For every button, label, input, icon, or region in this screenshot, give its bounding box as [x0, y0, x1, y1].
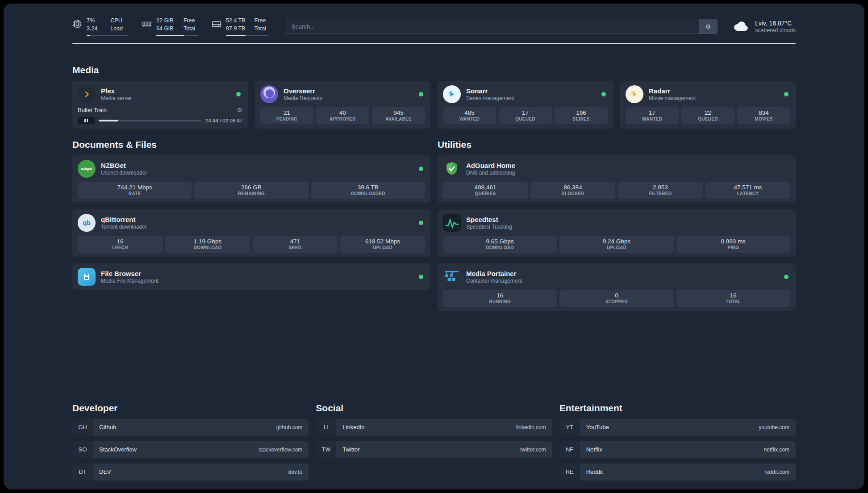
service-card-radarr: Radarr Movie management 17WANTED 22QUEUE…	[620, 81, 796, 129]
bookmark-name: LinkedIn	[342, 424, 364, 430]
service-name[interactable]: Sonarr	[466, 87, 514, 95]
cloud-icon	[733, 20, 750, 33]
bookmark-twitter[interactable]: TW Twittertwitter.com	[316, 441, 552, 458]
bookmark-domain: github.com	[276, 424, 303, 430]
bookmark-linkedin[interactable]: LI LinkedInlinkedin.com	[316, 419, 552, 436]
pause-button[interactable]	[78, 117, 95, 124]
disk-total-label: Total	[255, 25, 268, 33]
status-dot	[419, 92, 423, 96]
status-dot	[419, 275, 423, 279]
service-subtitle: Movie management	[649, 95, 696, 101]
bookmark-youtube[interactable]: YT YouTubeyoutube.com	[559, 419, 796, 436]
service-name[interactable]: Speedtest	[466, 216, 512, 223]
stat-tile: 16TOTAL	[676, 290, 790, 307]
service-card-overseerr: Overseerr Media Requests 21PENDING 40APP…	[255, 81, 430, 129]
top-bar: 7% CPU 3.24 Load 22 GiB	[72, 17, 796, 36]
stat-tile: 39.6 TBDOWNLOADED	[311, 182, 425, 199]
service-name[interactable]: Overseerr	[284, 87, 322, 95]
service-subtitle: Container management	[466, 278, 522, 284]
stat-tile: 9.24 GbpsUPLOAD	[559, 236, 673, 253]
weather-condition: scattered clouds	[755, 27, 796, 33]
bookmark-domain: twitter.com	[520, 447, 546, 453]
bookmark-domain: netflix.com	[764, 447, 789, 453]
bookmark-netflix[interactable]: NF Netflixnetflix.com	[559, 441, 796, 458]
service-subtitle: Usenet downloader	[101, 170, 147, 176]
stat-tile: 744.21 MbpsRATE	[78, 182, 192, 199]
status-dot	[419, 221, 423, 225]
bookmark-domain: reddit.com	[764, 469, 789, 475]
stat-tile: 21PENDING	[260, 107, 313, 124]
disk-total-value: 97.9 TB	[226, 25, 247, 33]
status-dot	[419, 167, 423, 171]
now-playing-title: Bullet Train	[78, 107, 107, 113]
service-card-nzbget: nzbget NZBGet Usenet downloader 744.21 M…	[72, 155, 430, 203]
service-card-qbittorrent: qb qBittorrent Torrent downloader 16LEEC…	[72, 209, 430, 257]
stat-tile: 40APPROVED	[316, 107, 369, 124]
service-name[interactable]: NZBGet	[101, 162, 147, 169]
service-subtitle: Series management	[466, 95, 514, 101]
service-name[interactable]: Radarr	[649, 87, 696, 95]
bookmark-domain: linkedin.com	[516, 424, 546, 430]
stat-tile: 17WANTED	[626, 107, 679, 124]
status-dot	[601, 92, 606, 96]
bookmark-domain: stackoverflow.com	[259, 447, 302, 453]
cpu-widget: 7% CPU 3.24 Load	[72, 17, 129, 36]
overseerr-icon	[260, 85, 278, 103]
section-title-entertainment: Entertainment	[559, 403, 796, 414]
portainer-icon	[443, 268, 461, 286]
stat-tile: 834MOVIES	[737, 107, 790, 124]
bookmark-name: StackOverflow	[99, 446, 137, 453]
section-title-documents: Documents & Files	[72, 139, 430, 150]
cpu-usage-bar	[87, 35, 129, 36]
disk-free-label: Free	[255, 17, 268, 25]
memory-icon	[142, 19, 152, 29]
bookmark-group-entertainment: Entertainment YT YouTubeyoutube.com NF N…	[559, 403, 796, 480]
bookmark-group-social: Social LI LinkedInlinkedin.com TW Twitte…	[316, 403, 552, 458]
playback-time: 24:44 / 02:06:47	[205, 118, 242, 123]
service-name[interactable]: qBittorrent	[101, 216, 147, 223]
stat-tile: 485WANTED	[443, 107, 496, 124]
service-name[interactable]: File Browser	[101, 270, 159, 277]
memory-usage-bar	[156, 35, 198, 36]
memory-free-value: 22 GiB	[156, 17, 176, 25]
service-card-adguard: AdGuard Home DNS and adblocking 498,461Q…	[438, 155, 796, 203]
memory-total-value: 64 GiB	[156, 25, 176, 33]
service-card-plex: Plex Media server Bullet Train ⚙ 24:44 /…	[72, 81, 248, 129]
disk-widget: 52.4 TB Free 97.9 TB Total	[212, 17, 268, 36]
stat-tile: 0.993 msPING	[676, 236, 790, 253]
search-bar: G	[286, 19, 718, 34]
gear-icon[interactable]: ⚙	[237, 107, 242, 113]
service-subtitle: DNS and adblocking	[466, 170, 515, 176]
stat-tile: 498,461QUERIES	[443, 182, 528, 199]
stat-tile: 196SERIES	[555, 107, 608, 124]
weather-location: Lviv, 16.87°C	[755, 20, 796, 27]
bookmark-abbr: YT	[559, 419, 580, 436]
bookmark-stackoverflow[interactable]: SO StackOverflowstackoverflow.com	[72, 441, 309, 458]
service-name[interactable]: AdGuard Home	[466, 162, 515, 169]
search-input[interactable]	[286, 19, 718, 34]
bookmark-name: Reddit	[586, 468, 603, 475]
stat-tile: 1.19 GbpsDOWNLOAD	[165, 236, 250, 253]
bookmark-abbr: NF	[559, 441, 580, 458]
service-name[interactable]: Media Portainer	[466, 270, 522, 277]
service-name[interactable]: Plex	[101, 87, 132, 95]
bookmark-github[interactable]: GH Githubgithub.com	[72, 419, 309, 436]
section-title-developer: Developer	[72, 403, 309, 414]
cpu-load-value: 3.24	[87, 25, 103, 33]
stat-tile: 945AVAILABLE	[372, 107, 425, 124]
documents-column: Documents & Files nzbget NZBGet Usenet d…	[72, 139, 430, 290]
bookmark-reddit[interactable]: RE Redditreddit.com	[559, 464, 796, 480]
search-engine-button[interactable]: G	[699, 19, 717, 33]
disk-usage-bar	[226, 35, 268, 36]
playback-progress-bar[interactable]	[99, 120, 201, 121]
weather-widget[interactable]: Lviv, 16.87°C scattered clouds	[733, 20, 796, 33]
disk-free-value: 52.4 TB	[226, 17, 247, 25]
sonarr-icon	[443, 85, 461, 103]
cpu-value: 7%	[87, 17, 103, 25]
nzbget-icon: nzbget	[78, 160, 96, 178]
dashboard: 7% CPU 3.24 Load 22 GiB	[4, 4, 864, 489]
media-card-grid: Plex Media server Bullet Train ⚙ 24:44 /…	[72, 81, 796, 129]
section-title-social: Social	[316, 403, 552, 414]
qbittorrent-icon: qb	[78, 214, 96, 232]
bookmark-dev[interactable]: DT DEVdev.to	[72, 464, 309, 480]
